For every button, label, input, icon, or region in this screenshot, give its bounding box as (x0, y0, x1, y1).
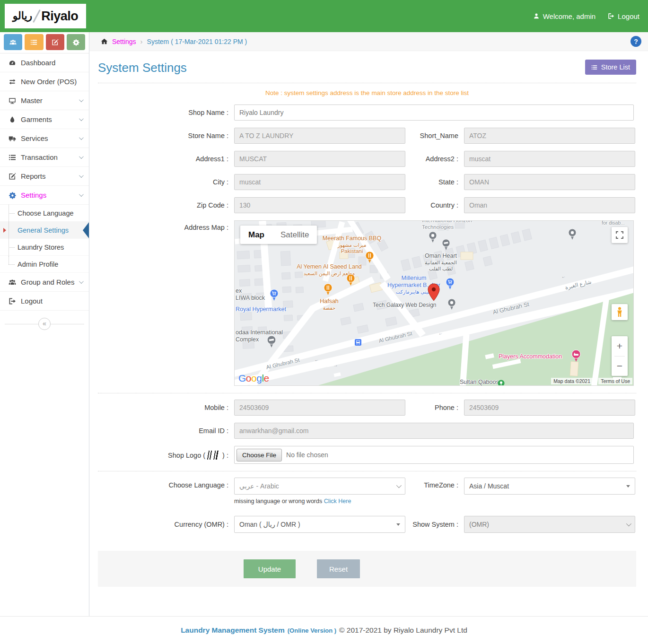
fullscreen-icon (616, 231, 623, 239)
gear-shortcut-button[interactable] (67, 34, 85, 50)
country-input (464, 197, 635, 213)
shop-name-label: Shop Name : (98, 109, 234, 116)
chevron-down-icon (79, 135, 84, 140)
sidebar-item-admin-profile[interactable]: Admin Profile (0, 256, 89, 273)
terms-of-use-link[interactable]: Terms of Use (598, 378, 632, 384)
sidebar-item-master[interactable]: Master (0, 91, 89, 110)
tree-stub (9, 247, 15, 248)
language-select[interactable]: عربي - Arabic (234, 478, 405, 495)
list-icon (591, 64, 597, 70)
top-header: ريالو Riyalo Welcome, admin Logout (0, 0, 648, 32)
list-icon (30, 39, 37, 46)
road-arrow-icon: ← (314, 357, 319, 363)
footer-title: Laundry Management System (181, 626, 285, 635)
app-logo[interactable]: ريالو Riyalo (5, 4, 86, 28)
state-label: State : (405, 178, 464, 186)
chevron-down-icon (396, 483, 402, 488)
sidebar-item-choose-language[interactable]: Choose Language (0, 205, 89, 222)
tree-stub (9, 213, 15, 214)
logo-text: Riyalo (41, 9, 78, 24)
footer-version: (Online Version ) (288, 627, 336, 634)
zoom-out-button[interactable]: − (612, 357, 628, 376)
reset-button[interactable]: Reset (317, 559, 360, 578)
list-shortcut-button[interactable] (25, 34, 43, 50)
google-map[interactable]: Al Ghubrah St Al Ghubrah St Al Ghubrah S… (234, 220, 634, 386)
pegman-icon (616, 307, 623, 317)
sidebar-item-settings[interactable]: Settings (0, 186, 89, 205)
submenu-item-label: General Settings (18, 226, 69, 234)
google-logo[interactable]: Google (238, 373, 269, 384)
timezone-select[interactable]: Asia / Muscat (464, 478, 635, 495)
dropdown-triangle-icon (396, 523, 400, 526)
phone-input (464, 400, 635, 416)
active-arrow-icon (83, 222, 89, 238)
fullscreen-button[interactable] (612, 227, 628, 243)
sidebar-item-new-order[interactable]: New Order (POS) (0, 72, 89, 91)
sidebar-item-label: Settings (21, 191, 46, 199)
currency-select[interactable]: Oman ( ريال / OMR ) (234, 516, 405, 533)
sidebar-item-general-settings[interactable]: General Settings (0, 222, 89, 239)
zip-code-input (234, 197, 405, 213)
sidebar-item-services[interactable]: Services (0, 129, 89, 148)
update-button[interactable]: Update (244, 559, 296, 578)
store-name-input (234, 128, 405, 144)
map-type-satellite-button[interactable]: Satellite (272, 226, 317, 244)
logo-slash-mark (33, 9, 41, 23)
settings-note: Note : system settings address is the ma… (98, 89, 636, 96)
zoom-in-button[interactable]: + (612, 337, 628, 356)
chevron-down-icon (79, 192, 84, 197)
users-shortcut-button[interactable] (4, 34, 22, 50)
welcome-user[interactable]: Welcome, admin (533, 12, 595, 20)
email-input (234, 423, 634, 439)
map-type-map-button[interactable]: Map (240, 226, 272, 244)
breadcrumb-section[interactable]: Settings (112, 38, 136, 45)
show-system-label: Show System : (405, 521, 464, 528)
chevron-down-icon (79, 279, 84, 284)
sign-out-icon (9, 297, 17, 305)
store-list-button[interactable]: Store List (585, 60, 636, 75)
sidebar-item-reports[interactable]: Reports (0, 167, 89, 186)
sidebar-collapse-button[interactable]: « (0, 314, 89, 333)
sidebar-item-logout[interactable]: Logout (0, 292, 89, 311)
sidebar-item-label: Transaction (21, 153, 58, 161)
chevron-down-icon (79, 173, 84, 178)
logo-arabic-text: ريالو (13, 10, 33, 22)
help-button[interactable]: ? (630, 36, 641, 47)
submenu-item-label: Choose Language (18, 209, 74, 217)
form-actions: Update Reset (98, 551, 636, 587)
sidebar-item-dashboard[interactable]: Dashboard (0, 53, 89, 72)
choose-file-button[interactable]: Choose File (236, 449, 282, 461)
sidebar-item-label: Logout (21, 297, 43, 305)
sidebar: Dashboard New Order (POS) Master Garment… (0, 32, 89, 616)
edit-shortcut-button[interactable] (46, 34, 64, 50)
chevron-down-icon (626, 521, 631, 526)
city-input (234, 174, 405, 190)
show-system-select[interactable]: (OMR) (464, 516, 635, 533)
breadcrumb-page: System ( 17-Mar-2021 01:22 PM ) (147, 38, 247, 45)
logout-button[interactable]: Logout (608, 12, 639, 20)
sidebar-item-group-and-roles[interactable]: Group and Roles (0, 273, 89, 292)
chevron-down-icon (79, 154, 84, 159)
breadcrumb: Settings › System ( 17-Mar-2021 01:22 PM… (101, 37, 247, 45)
shop-logo-file-field: Choose File No file chosen (234, 446, 634, 464)
home-icon (101, 38, 108, 45)
click-here-link[interactable]: Click Here (324, 498, 351, 505)
shop-name-input[interactable] (234, 104, 634, 121)
settings-submenu: Choose Language General Settings Laundry… (0, 205, 89, 273)
list-icon (9, 154, 17, 161)
city-label: City : (98, 178, 234, 186)
dropdown-triangle-icon (626, 485, 630, 487)
main-content: Settings › System ( 17-Mar-2021 01:22 PM… (89, 32, 648, 616)
sidebar-item-label: New Order (POS) (21, 78, 77, 86)
sidebar-item-laundry-stores[interactable]: Laundry Stores (0, 239, 89, 256)
drop-icon (9, 116, 17, 123)
edit-icon (9, 173, 17, 180)
sidebar-item-transaction[interactable]: Transaction (0, 148, 89, 167)
country-label: Country : (405, 201, 464, 209)
pegman-button[interactable] (612, 304, 628, 320)
zoom-control: + − (612, 336, 628, 376)
sidebar-item-garments[interactable]: Garments (0, 110, 89, 129)
divider (98, 471, 636, 471)
road-arrow-icon: ← (560, 273, 566, 279)
sidebar-item-label: Reports (21, 172, 46, 180)
